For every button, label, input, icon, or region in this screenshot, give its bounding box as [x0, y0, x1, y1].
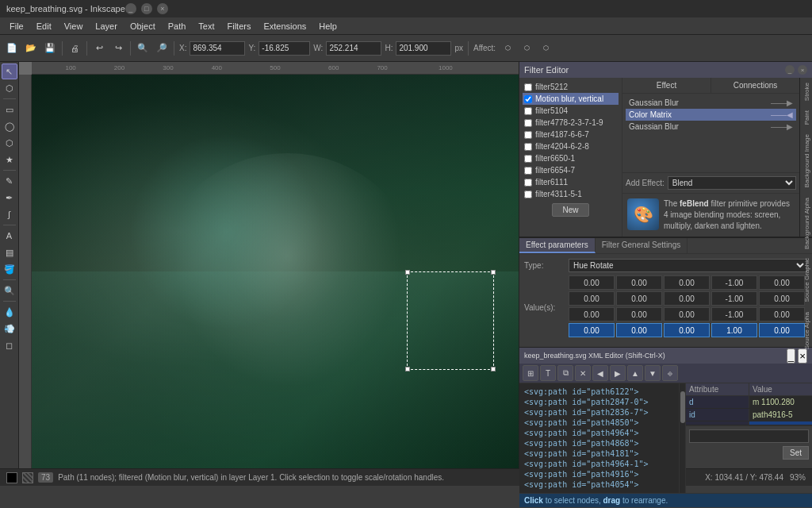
xe-item-4181[interactable]: <svg:path id="path4181">: [523, 448, 676, 459]
xe-duplicate[interactable]: ⧉: [557, 365, 573, 381]
ellipse-tool[interactable]: ◯: [2, 118, 17, 134]
menu-text[interactable]: Text: [192, 20, 220, 33]
minimize-button[interactable]: _: [125, 3, 136, 14]
effect-item-color-matrix[interactable]: Color Matrix ——◀: [626, 109, 796, 121]
filter-item-motion-blur[interactable]: Motion blur, vertical: [523, 93, 619, 105]
m04[interactable]: [759, 275, 805, 290]
effect-item-gaussian-2[interactable]: Gaussian Blur ——▶: [626, 121, 796, 133]
filter-check-6650[interactable]: [524, 155, 532, 163]
xe-item-4868[interactable]: <svg:path id="path4868">: [523, 438, 676, 448]
tab-effect-parameters[interactable]: Effect parameters: [519, 238, 596, 253]
node-tool[interactable]: ⬡: [2, 80, 17, 96]
rect-tool[interactable]: ▭: [2, 102, 17, 117]
new-filter-button[interactable]: New: [552, 203, 588, 217]
affect-w-button[interactable]: ⬡: [537, 40, 554, 57]
m33[interactable]: [711, 323, 757, 337]
filter-check-4204[interactable]: [524, 143, 532, 151]
m21[interactable]: [616, 307, 662, 321]
m03[interactable]: [711, 275, 757, 290]
xe-minimize-button[interactable]: _: [787, 348, 795, 364]
m22[interactable]: [664, 307, 710, 321]
side-tab-paint[interactable]: Paint: [800, 106, 812, 129]
type-select[interactable]: Hue Rotate Saturate Matrix: [569, 259, 807, 272]
m14[interactable]: [759, 291, 805, 306]
affect-x-button[interactable]: ⬡: [499, 40, 516, 57]
filter-item-4778[interactable]: filter4778-2-3-7-1-9: [523, 117, 619, 129]
xe-nav-up[interactable]: ▲: [627, 365, 643, 381]
fill-tool[interactable]: 🪣: [2, 261, 17, 277]
side-tab-source-alpha[interactable]: Source Alpha: [800, 307, 812, 355]
add-effect-select[interactable]: Blend Blur ColorMatrix: [668, 176, 796, 190]
menu-object[interactable]: Object: [124, 20, 162, 33]
xe-new-element[interactable]: ⊞: [523, 365, 538, 381]
text-tool[interactable]: A: [2, 228, 17, 244]
filter-check-4778[interactable]: [524, 119, 532, 127]
select-tool[interactable]: ↖: [2, 64, 17, 79]
redo-button[interactable]: ↪: [109, 40, 127, 57]
open-button[interactable]: 📂: [22, 40, 40, 57]
h-input[interactable]: [396, 41, 451, 56]
xe-item-4964-1[interactable]: <svg:path id="path4964-1">: [523, 459, 676, 469]
side-tab-stroke[interactable]: Stroke: [800, 78, 812, 106]
print-button[interactable]: 🖨: [66, 40, 83, 57]
spray-tool[interactable]: 💨: [2, 321, 17, 337]
fe-minimize-button[interactable]: _: [785, 65, 795, 75]
affect-y-button[interactable]: ⬡: [518, 40, 535, 57]
filter-item-6650[interactable]: filter6650-1: [523, 152, 619, 164]
side-tab-background-alpha[interactable]: Background Alpha: [800, 193, 812, 254]
xml-scroll[interactable]: [679, 383, 685, 493]
undo-button[interactable]: ↩: [90, 40, 108, 57]
m32[interactable]: [664, 323, 710, 337]
menu-edit[interactable]: Edit: [30, 20, 58, 33]
maximize-button[interactable]: □: [141, 3, 152, 14]
effect-item-gaussian-1[interactable]: Gaussian Blur ——▶: [626, 97, 796, 109]
m02[interactable]: [664, 275, 710, 290]
m31[interactable]: [616, 323, 662, 337]
zoom-in-button[interactable]: 🔍: [134, 40, 151, 57]
save-button[interactable]: 💾: [41, 40, 59, 57]
filter-check-4187[interactable]: [524, 131, 532, 139]
filter-item-4204[interactable]: filter4204-6-2-8: [523, 140, 619, 152]
menu-path[interactable]: Path: [162, 20, 193, 33]
polygon-tool[interactable]: ⬡: [2, 135, 17, 151]
callig-tool[interactable]: ∫: [2, 206, 17, 222]
y-input[interactable]: [259, 41, 310, 56]
filter-check-5212[interactable]: [524, 83, 532, 91]
m23[interactable]: [711, 307, 757, 321]
m30[interactable]: [569, 323, 615, 337]
gradient-tool[interactable]: ▤: [2, 244, 17, 260]
xe-item-2847[interactable]: <svg:path id="path2847-0">: [523, 397, 676, 407]
xe-delete[interactable]: ✕: [575, 365, 591, 381]
menu-filters[interactable]: Filters: [221, 20, 258, 33]
fe-close-button[interactable]: ×: [798, 65, 807, 75]
xe-item-2836[interactable]: <svg:path id="path2836-7">: [523, 407, 676, 418]
m12[interactable]: [664, 291, 710, 306]
menu-layer[interactable]: Layer: [89, 20, 124, 33]
filter-check-5104[interactable]: [524, 107, 532, 115]
fill-color[interactable]: [6, 472, 17, 483]
filter-check-4311[interactable]: [524, 190, 532, 198]
pencil-tool[interactable]: ✎: [2, 173, 17, 189]
filter-item-5104[interactable]: filter5104: [523, 105, 619, 117]
x-input[interactable]: [190, 41, 245, 56]
m10[interactable]: [569, 291, 615, 306]
eraser-tool[interactable]: ◻: [2, 337, 17, 353]
canvas-area[interactable]: 100 200 300 400 500 600 700 1000: [19, 62, 519, 468]
filter-check-6654[interactable]: [524, 167, 532, 175]
xe-new-text[interactable]: T: [540, 365, 556, 381]
xe-item-4850[interactable]: <svg:path id="path4850">: [523, 418, 676, 428]
filter-check-6111[interactable]: [524, 179, 532, 187]
attr-row-d[interactable]: d m 1100.280: [686, 396, 812, 409]
eyedropper-tool[interactable]: 💧: [2, 304, 17, 320]
m24[interactable]: [759, 307, 805, 321]
artwork[interactable]: [32, 75, 519, 468]
xe-nav-next[interactable]: ▶: [610, 365, 626, 381]
menu-help[interactable]: Help: [312, 20, 343, 33]
xml-scroll-thumb[interactable]: [680, 391, 685, 423]
filter-item-4311[interactable]: filter4311-5-1: [523, 188, 619, 200]
m13[interactable]: [711, 291, 757, 306]
m20[interactable]: [569, 307, 615, 321]
m34[interactable]: [759, 323, 805, 337]
attr-row-id[interactable]: id path4916-5: [686, 409, 812, 421]
m00[interactable]: [569, 275, 615, 290]
